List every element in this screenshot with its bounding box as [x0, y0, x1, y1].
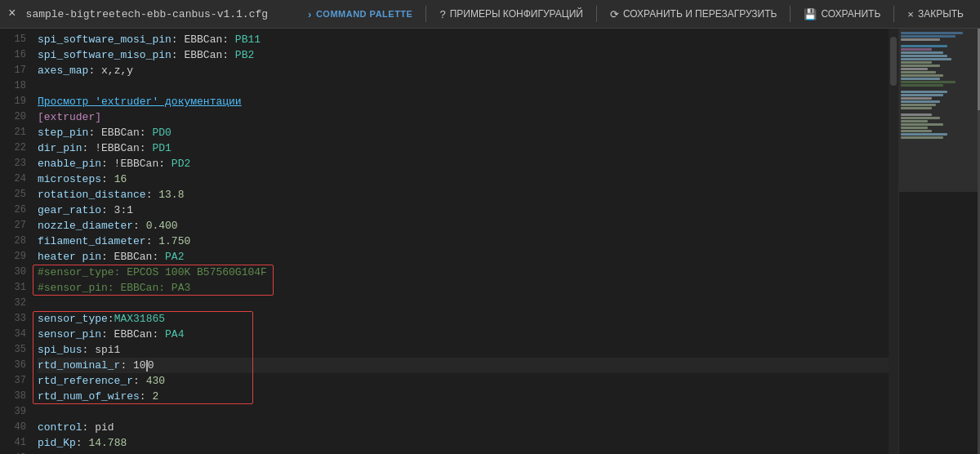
code-line: heater pin: EBBCan: PA2: [38, 249, 889, 265]
code-line: control: pid: [38, 420, 889, 435]
code-content[interactable]: spi_software_mosi_pin: EBBCan: PB11 spi_…: [33, 29, 889, 454]
save-button[interactable]: 💾 СОХРАНИТЬ: [795, 5, 889, 24]
code-line: rtd_nominal_r: 100: [38, 358, 889, 373]
examples-button[interactable]: ? ПРИМЕРЫ КОНФИГУРАЦИЙ: [431, 5, 591, 24]
separator: [425, 6, 426, 22]
code-line: Просмотр 'extruder' документации: [38, 94, 889, 109]
question-icon: ?: [439, 8, 445, 20]
code-line: #sensor_type: EPCOS 100K B57560G104F: [38, 265, 889, 280]
minimap: [898, 29, 980, 454]
code-line: spi_software_mosi_pin: EBBCan: PB11: [38, 32, 889, 47]
separator: [790, 6, 791, 22]
code-line: pid_Ki: 0.465: [38, 451, 889, 454]
code-line: step_pin: EBBCan: PD0: [38, 125, 889, 140]
arrow-icon: ›: [308, 8, 312, 20]
code-line: rotation_distance: 13.8: [38, 187, 889, 203]
code-line: sensor_pin: EBBCan: PA4: [38, 327, 889, 342]
code-line: nozzle_diameter: 0.400: [38, 218, 889, 234]
code-line: dir_pin: !EBBCan: PD1: [38, 140, 889, 156]
main-area: 15 16 17 18 19 20 21 22 23 24 25 26 27 2…: [0, 29, 980, 454]
code-line: spi_bus: spi1: [38, 342, 889, 358]
scrollbar-thumb[interactable]: [890, 37, 897, 86]
editor[interactable]: 15 16 17 18 19 20 21 22 23 24 25 26 27 2…: [0, 29, 980, 454]
code-line: [38, 78, 889, 94]
titlebar: × sample-bigtreetech-ebb-canbus-v1.1.cfg…: [0, 0, 980, 29]
code-line: gear_ratio: 3:1: [38, 203, 889, 218]
scrollbar[interactable]: [889, 29, 898, 454]
code-line: spi_software_miso_pin: EBBCan: PB2: [38, 47, 889, 63]
code-line: axes_map: x,z,y: [38, 63, 889, 78]
code-line: [38, 404, 889, 420]
save-icon: 💾: [804, 8, 817, 20]
code-line: #sensor_pin: EBBCan: PA3: [38, 280, 889, 296]
code-line: microsteps: 16: [38, 171, 889, 187]
code-line: enable_pin: !EBBCan: PD2: [38, 156, 889, 171]
x-icon: ×: [907, 8, 914, 20]
refresh-icon: ⟳: [610, 8, 619, 20]
close-button[interactable]: × ЗАКРЫТЬ: [899, 5, 972, 24]
code-line: [38, 296, 889, 311]
file-title: sample-bigtreetech-ebb-canbus-v1.1.cfg: [26, 8, 268, 20]
code-area: 15 16 17 18 19 20 21 22 23 24 25 26 27 2…: [0, 29, 980, 454]
code-line: sensor_type:MAX31865: [38, 311, 889, 327]
save-restart-button[interactable]: ⟳ СОХРАНИТЬ И ПЕРЕЗАГРУЗИТЬ: [602, 5, 786, 24]
code-line: filament_diameter: 1.750: [38, 234, 889, 249]
separator: [893, 6, 894, 22]
close-tab-icon[interactable]: ×: [8, 7, 16, 21]
separator: [596, 6, 597, 22]
code-line: pid_Kp: 14.788: [38, 435, 889, 451]
command-palette-button[interactable]: › COMMAND PALETTE: [300, 5, 421, 24]
code-line: rtd_reference_r: 430: [38, 373, 889, 389]
code-line: rtd_num_of_wires: 2: [38, 389, 889, 404]
line-numbers: 15 16 17 18 19 20 21 22 23 24 25 26 27 2…: [0, 29, 33, 454]
titlebar-actions: › COMMAND PALETTE ? ПРИМЕРЫ КОНФИГУРАЦИЙ…: [300, 5, 972, 24]
code-line: [extruder]: [38, 109, 889, 125]
